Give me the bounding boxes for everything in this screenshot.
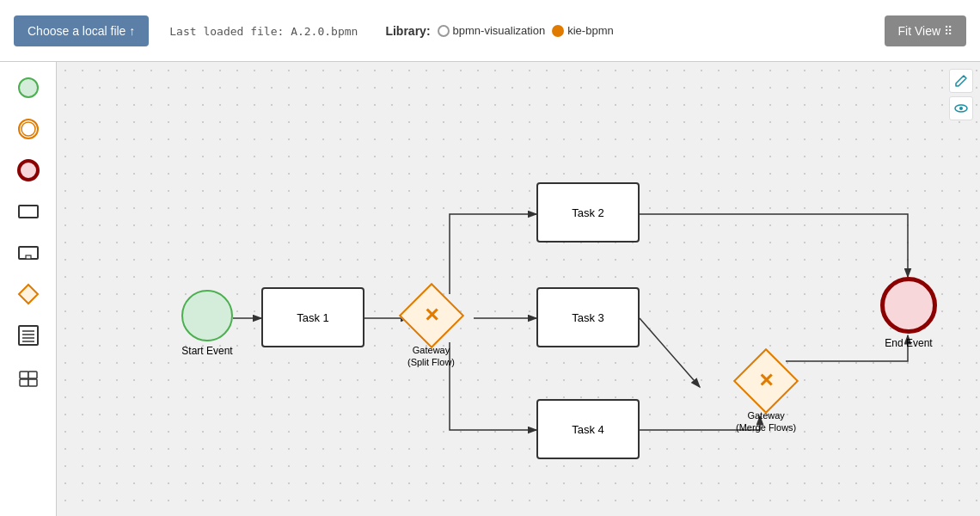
sidebar-subprocess-icon[interactable] (9, 234, 47, 272)
svg-point-3 (19, 161, 38, 180)
svg-point-18 (959, 107, 963, 110)
gateway-merge-shape: ✕ (733, 348, 799, 414)
sidebar-group-icon[interactable] (9, 358, 47, 396)
svg-rect-14 (28, 372, 37, 378)
task3[interactable]: Task 3 (536, 287, 640, 347)
task3-label: Task 3 (572, 311, 604, 324)
svg-rect-13 (20, 372, 28, 378)
end-event-label: End Event (885, 337, 932, 349)
svg-point-2 (21, 122, 35, 136)
sidebar-gateway-icon[interactable] (9, 275, 47, 313)
gateway-split[interactable]: ✕ Gateway(Split Flow) (407, 292, 455, 369)
eye-icon-button[interactable] (949, 96, 973, 120)
svg-point-0 (19, 78, 38, 97)
sidebar-start-event-icon[interactable] (9, 69, 47, 107)
svg-rect-15 (20, 379, 28, 386)
header: Choose a local file ↑ Last loaded file: … (0, 0, 980, 62)
lib-option-bpmn-visualization[interactable]: bpmn-visualization (438, 24, 546, 37)
fit-view-button[interactable]: Fit View ⠿ (885, 15, 966, 46)
library-label: Library: (385, 24, 430, 38)
svg-marker-7 (19, 285, 38, 304)
canvas-tools (949, 69, 973, 120)
choose-file-button[interactable]: Choose a local file ↑ (14, 15, 149, 46)
task1[interactable]: Task 1 (261, 287, 364, 347)
last-loaded-section: Last loaded file: A.2.0.bpmn (169, 24, 358, 38)
svg-rect-6 (26, 255, 31, 259)
svg-line-23 (640, 318, 700, 387)
last-loaded-label: Last loaded file: (169, 25, 284, 38)
library-section: Library: bpmn-visualization kie-bpmn (385, 24, 613, 38)
lib-option-kie-bpmn-label: kie-bpmn (567, 24, 613, 37)
gateway-split-x-icon: ✕ (424, 304, 439, 327)
gateway-split-shape: ✕ (398, 283, 463, 348)
svg-rect-4 (19, 206, 38, 218)
sidebar-data-object-icon[interactable] (9, 316, 47, 354)
arrows-svg (57, 62, 980, 516)
svg-rect-16 (28, 379, 37, 386)
edit-icon-button[interactable] (949, 69, 973, 93)
start-event-shape (181, 290, 233, 341)
end-event-shape (880, 277, 937, 334)
sidebar-end-event-icon[interactable] (9, 151, 47, 189)
sidebar-intermediate-event-icon[interactable] (9, 110, 47, 148)
lib-option-bpmn-visualization-label: bpmn-visualization (453, 24, 546, 37)
task4-label: Task 4 (572, 423, 604, 436)
task4[interactable]: Task 4 (536, 399, 640, 459)
task1-label: Task 1 (297, 311, 329, 324)
start-event[interactable]: Start Event (181, 290, 233, 357)
sidebar (0, 62, 57, 516)
canvas[interactable]: Start Event Task 1 ✕ Gateway(Split Flow)… (57, 62, 980, 516)
end-event[interactable]: End Event (880, 277, 937, 349)
lib-option-kie-bpmn[interactable]: kie-bpmn (552, 24, 613, 37)
gateway-merge-x-icon: ✕ (758, 370, 774, 392)
sidebar-task-icon[interactable] (9, 193, 47, 230)
last-loaded-value: A.2.0.bpmn (291, 25, 358, 38)
gateway-merge[interactable]: ✕ Gateway(Merge Flows) (736, 358, 796, 434)
radio-bpmn-visualization[interactable] (438, 25, 450, 37)
task2-label: Task 2 (572, 206, 604, 219)
task2[interactable]: Task 2 (536, 182, 640, 243)
start-event-label: Start Event (181, 345, 232, 357)
main-area: Start Event Task 1 ✕ Gateway(Split Flow)… (0, 62, 980, 516)
radio-kie-bpmn[interactable] (552, 25, 564, 37)
